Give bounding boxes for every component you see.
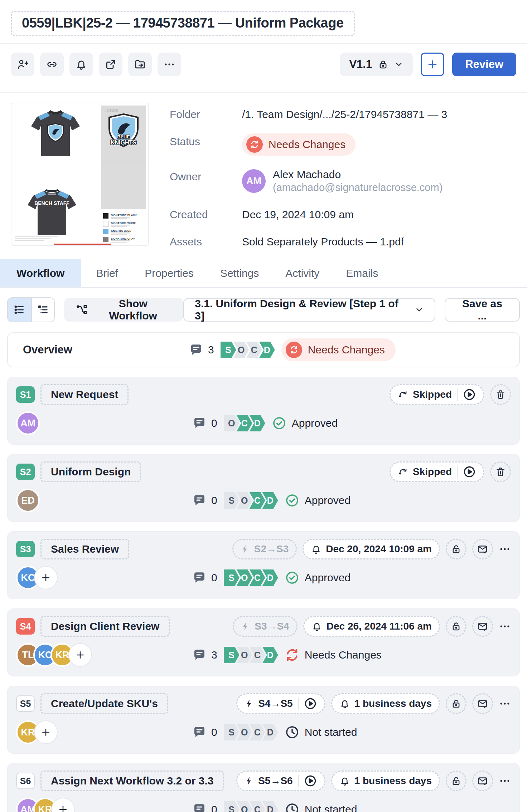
step-summary: 0 SOCD Approved — [192, 492, 350, 509]
toolbar: V1.1 Review — [0, 44, 527, 85]
deadline-pill[interactable]: 1 business days — [331, 771, 440, 791]
email-step-button[interactable] — [472, 539, 493, 559]
add-assignee-button[interactable] — [68, 643, 92, 667]
avatar-AM[interactable]: AM — [16, 411, 40, 435]
play-icon[interactable] — [463, 465, 476, 479]
comments-indicator[interactable]: 0 — [192, 725, 217, 740]
list-icon — [13, 304, 25, 316]
socd-C: C — [250, 801, 265, 812]
deadline-pill[interactable]: 1 business days — [331, 693, 440, 714]
step-assignees: TLKCKR — [16, 643, 92, 667]
panel-label: LOGOS — [105, 108, 119, 113]
trash-icon — [495, 389, 506, 400]
skipped-pill[interactable]: Skipped — [390, 461, 484, 482]
copy-link-button[interactable] — [40, 53, 64, 76]
more-options-icon[interactable] — [499, 620, 511, 632]
more-options-icon[interactable] — [499, 775, 511, 787]
tab-emails[interactable]: Emails — [346, 259, 378, 287]
lock-step-button[interactable] — [446, 616, 466, 637]
transition-pill[interactable]: S2→S3 — [232, 539, 297, 559]
lock-step-button[interactable] — [446, 771, 466, 791]
tab-activity[interactable]: Activity — [285, 259, 319, 287]
comments-indicator[interactable]: 0 — [192, 802, 217, 812]
step-number-badge: S2 — [16, 464, 35, 480]
proof-title[interactable]: 0559|LBK|25-2 — 17945738871 — Uniform Pa… — [11, 11, 355, 36]
socd-badges: OCD — [224, 415, 265, 431]
deadline-pill[interactable]: Dec 20, 2024 10:09 am — [303, 539, 440, 559]
status-badge: Needs Changes — [242, 133, 356, 156]
skipped-pill[interactable]: Skipped — [390, 384, 484, 405]
comments-indicator[interactable]: 0 — [192, 493, 217, 508]
step-title[interactable]: Design Client Review — [40, 616, 170, 637]
comments-indicator[interactable]: 3 — [192, 647, 217, 662]
bolt-icon — [245, 699, 254, 708]
tab-brief[interactable]: Brief — [96, 259, 118, 287]
workflow-select[interactable]: 3.1. Uniform Design & Review [Step 1 of … — [183, 298, 435, 322]
deadline-pill[interactable]: Dec 26, 2024 11:06 am — [303, 616, 440, 637]
add-assignee-button[interactable] — [51, 798, 75, 812]
list-view-button[interactable] — [8, 298, 31, 322]
step-title[interactable]: New Request — [40, 384, 129, 405]
comments-indicator[interactable]: 0 — [192, 570, 217, 585]
transition-pill[interactable]: S5→S6 — [236, 771, 325, 791]
transition-pill[interactable]: S4→S5 — [236, 693, 325, 714]
add-assignee-button[interactable] — [34, 720, 58, 744]
workflow-controls: Show Workflow 3.1. Uniform Design & Revi… — [0, 288, 527, 322]
save-as-button[interactable]: Save as ... — [445, 298, 520, 322]
needs-changes-icon — [286, 342, 302, 358]
tree-list-icon — [37, 304, 49, 316]
notifications-button[interactable] — [69, 53, 93, 76]
version-selector[interactable]: V1.1 — [340, 53, 413, 76]
socd-badges: SOCD — [224, 801, 278, 812]
more-options-icon[interactable] — [499, 698, 511, 710]
delete-step-button[interactable] — [490, 461, 511, 482]
lock-step-button[interactable] — [446, 539, 466, 559]
email-step-button[interactable] — [472, 771, 493, 791]
lock-step-button[interactable] — [446, 693, 466, 714]
step-title[interactable]: Sales Review — [40, 539, 129, 559]
proof-meta: Folder /1. Team Design/.../25-2/17945738… — [170, 103, 516, 248]
comments-indicator[interactable]: 3 — [189, 342, 214, 357]
email-step-button[interactable] — [472, 616, 493, 637]
move-to-folder-button[interactable] — [128, 53, 152, 76]
step-status: Approved — [285, 493, 350, 508]
assets-value[interactable]: Sold Separately Products — 1.pdf — [242, 234, 404, 248]
email-step-button[interactable] — [472, 693, 493, 714]
product-preview-image[interactable]: LOGOS BLUE KNIGHTS — [11, 103, 149, 246]
more-options-icon[interactable] — [499, 543, 511, 555]
show-workflow-button[interactable]: Show Workflow — [64, 298, 183, 322]
tab-settings[interactable]: Settings — [220, 259, 259, 287]
step-title[interactable]: Create/Update SKU's — [40, 693, 168, 714]
avatar-ED[interactable]: ED — [16, 489, 40, 512]
comment-count: 3 — [208, 344, 214, 356]
play-icon[interactable] — [304, 774, 317, 788]
add-reviewer-button[interactable] — [11, 53, 34, 76]
step-card: S2 Uniform Design Skipped ED 0 SOCD Appr… — [7, 454, 520, 522]
step-actions: S2→S3 Dec 20, 2024 10:09 am — [232, 539, 511, 559]
step-number-badge: S1 — [16, 386, 35, 403]
status-label: Not started — [305, 803, 357, 812]
play-icon[interactable] — [304, 697, 317, 710]
tab-properties[interactable]: Properties — [145, 259, 194, 287]
delete-step-button[interactable] — [490, 384, 511, 405]
transition-pill[interactable]: S3→S4 — [233, 616, 298, 637]
status-icon — [285, 570, 300, 585]
step-number-badge: S6 — [16, 773, 35, 789]
step-title[interactable]: Assign Next Workflow 3.2 or 3.3 — [40, 771, 224, 791]
step-title[interactable]: Uniform Design — [40, 461, 141, 482]
more-options-button[interactable] — [158, 53, 181, 76]
step-status: Not started — [285, 802, 357, 812]
tree-view-button[interactable] — [31, 298, 54, 322]
add-assignee-button[interactable] — [34, 566, 58, 590]
step-card: S3 Sales Review S2→S3 Dec 20, 2024 10:09… — [7, 531, 520, 599]
tab-workflow[interactable]: Workflow — [0, 259, 81, 287]
review-button[interactable]: Review — [452, 53, 516, 76]
play-icon[interactable] — [463, 388, 476, 401]
folder-value[interactable]: /1. Team Design/.../25-2/17945738871 — 3 — [242, 106, 447, 121]
share-button[interactable] — [99, 53, 122, 76]
socd-badges: SOCD — [224, 492, 278, 509]
add-version-button[interactable] — [421, 53, 444, 76]
step-card: S1 New Request Skipped AM 0 OCD Approved — [7, 377, 520, 445]
workflow-steps-list: Overview 3 SOCD Needs Changes S1 New Req… — [0, 322, 527, 812]
comments-indicator[interactable]: 0 — [192, 416, 217, 431]
